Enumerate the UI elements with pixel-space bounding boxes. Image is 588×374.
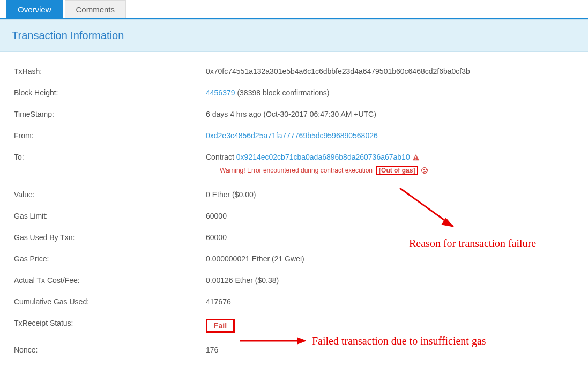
out-of-gas-reason: [Out of gas] bbox=[376, 166, 418, 175]
svg-rect-1 bbox=[415, 156, 416, 159]
tabs: Overview Comments bbox=[0, 0, 588, 19]
label-timestamp: TimeStamp: bbox=[14, 110, 206, 118]
label-receipt: TxReceipt Status: bbox=[14, 319, 206, 327]
label-gaslimit: Gas Limit: bbox=[14, 212, 206, 220]
tree-icon bbox=[211, 168, 217, 173]
to-address-link[interactable]: 0x9214ec02cb71cba0ada6896b8da260736a67ab… bbox=[236, 153, 410, 161]
label-nonce: Nonce: bbox=[14, 346, 206, 354]
execution-error-line: Warning! Error encountered during contra… bbox=[211, 166, 574, 175]
value-cumgas: 417676 bbox=[206, 297, 574, 306]
panel-title: Transaction Information bbox=[0, 19, 588, 52]
tab-overview[interactable]: Overview bbox=[6, 0, 63, 18]
block-link[interactable]: 4456379 bbox=[206, 88, 235, 97]
value-value: 0 Ether ($0.00) bbox=[206, 190, 574, 199]
tx-details: TxHash: 0x70fc74551a132a301e5b4a6c1c6dbb… bbox=[0, 52, 588, 354]
value-timestamp: 6 days 4 hrs ago (Oct-30-2017 06:47:30 A… bbox=[206, 110, 574, 118]
receipt-status-fail: Fail bbox=[206, 319, 235, 333]
label-txhash: TxHash: bbox=[14, 67, 206, 76]
from-address-link[interactable]: 0xd2e3c4856d25a71fa777769b5dc95968905680… bbox=[206, 131, 378, 140]
label-from: From: bbox=[14, 131, 206, 140]
label-blockheight: Block Height: bbox=[14, 88, 206, 97]
value-nonce: 176 bbox=[206, 346, 574, 354]
warn-text: Warning! Error encountered during contra… bbox=[220, 167, 373, 174]
block-confirmations: (38398 block confirmations) bbox=[237, 88, 329, 97]
tab-comments[interactable]: Comments bbox=[65, 0, 126, 18]
frown-icon bbox=[421, 167, 428, 174]
label-costfee: Actual Tx Cost/Fee: bbox=[14, 276, 206, 285]
value-txhash: 0x70fc74551a132a301e5b4a6c1c6dbbfe23d4a6… bbox=[206, 67, 574, 76]
value-blockheight: 4456379 (38398 block confirmations) bbox=[206, 88, 574, 97]
label-gasused: Gas Used By Txn: bbox=[14, 233, 206, 242]
label-gasprice: Gas Price: bbox=[14, 255, 206, 263]
label-value: Value: bbox=[14, 190, 206, 199]
to-prefix: Contract bbox=[206, 153, 236, 161]
value-gasused: 60000 bbox=[206, 233, 574, 242]
warning-triangle-icon bbox=[412, 154, 420, 161]
label-to: To: bbox=[14, 153, 206, 161]
value-gasprice: 0.000000021 Ether (21 Gwei) bbox=[206, 255, 574, 263]
svg-rect-2 bbox=[415, 159, 416, 160]
label-cumgas: Cumulative Gas Used: bbox=[14, 297, 206, 306]
value-gaslimit: 60000 bbox=[206, 212, 574, 220]
value-costfee: 0.00126 Ether ($0.38) bbox=[206, 276, 574, 285]
